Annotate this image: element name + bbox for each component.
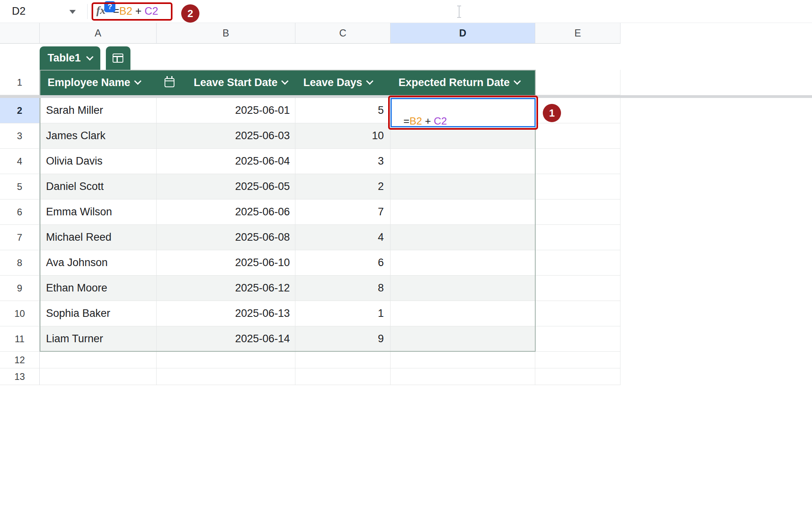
empty-cell[interactable] bbox=[535, 352, 620, 368]
row-header-1[interactable]: 1 bbox=[0, 70, 40, 95]
cell-employee-name[interactable]: Emma Wilson bbox=[40, 199, 157, 225]
cell-employee-name[interactable]: Ethan Moore bbox=[40, 276, 157, 301]
cell-expected-return-date[interactable] bbox=[391, 199, 535, 225]
chevron-down-icon[interactable] bbox=[513, 77, 521, 84]
cell-leave-start-date[interactable]: 2025-06-05 bbox=[157, 174, 295, 199]
table-col-header-leave-days[interactable]: Leave Days bbox=[295, 70, 391, 95]
empty-cell[interactable] bbox=[391, 368, 535, 385]
cell-employee-name[interactable]: Daniel Scott bbox=[40, 174, 157, 199]
cell-column-e[interactable] bbox=[535, 174, 620, 199]
table-row: 6 Emma Wilson 2025-06-06 7 bbox=[0, 199, 620, 225]
cell-employee-name[interactable]: Michael Reed bbox=[40, 225, 157, 250]
row-header[interactable]: 7 bbox=[0, 225, 40, 250]
cell-leave-start-date[interactable]: 2025-06-08 bbox=[157, 225, 295, 250]
cell-leave-days[interactable]: 8 bbox=[295, 276, 391, 301]
row-header[interactable]: 5 bbox=[0, 174, 40, 199]
cell-leave-start-date[interactable]: 2025-06-03 bbox=[157, 123, 295, 149]
cell-employee-name[interactable]: Ava Johnson bbox=[40, 250, 157, 276]
empty-cell[interactable] bbox=[40, 368, 157, 385]
frozen-row-separator[interactable] bbox=[0, 95, 812, 98]
table-col-header-employee-name[interactable]: Employee Name bbox=[40, 70, 157, 95]
cell-leave-days[interactable]: 10 bbox=[295, 123, 391, 149]
table-row: 7 Michael Reed 2025-06-08 4 bbox=[0, 225, 620, 250]
empty-cell[interactable] bbox=[295, 352, 391, 368]
name-box[interactable]: D2 bbox=[12, 5, 26, 17]
empty-cell[interactable] bbox=[157, 352, 295, 368]
row-header[interactable]: 11 bbox=[0, 326, 40, 352]
cell-column-e[interactable] bbox=[535, 149, 620, 174]
cell-column-e[interactable] bbox=[535, 301, 620, 326]
active-cell-editor[interactable]: =B2 + C2 bbox=[391, 98, 536, 127]
cell-expected-return-date[interactable] bbox=[391, 326, 535, 352]
row-header-12[interactable]: 12 bbox=[0, 352, 40, 368]
column-header-E[interactable]: E bbox=[535, 23, 620, 44]
empty-cell[interactable] bbox=[295, 368, 391, 385]
cell-employee-name[interactable]: Sophia Baker bbox=[40, 301, 157, 326]
table-row: 9 Ethan Moore 2025-06-12 8 bbox=[0, 276, 620, 301]
cell-leave-start-date[interactable]: 2025-06-14 bbox=[157, 326, 295, 352]
empty-cell[interactable] bbox=[157, 368, 295, 385]
table-menu-button[interactable] bbox=[106, 46, 130, 70]
row-header[interactable]: 9 bbox=[0, 276, 40, 301]
chevron-down-icon[interactable] bbox=[366, 77, 373, 84]
row-header[interactable]: 10 bbox=[0, 301, 40, 326]
cell-leave-days[interactable]: 2 bbox=[295, 174, 391, 199]
cell-expected-return-date[interactable] bbox=[391, 149, 535, 174]
chevron-down-icon[interactable] bbox=[134, 77, 141, 84]
row-header[interactable]: 4 bbox=[0, 149, 40, 174]
cell-leave-days[interactable]: 4 bbox=[295, 225, 391, 250]
cell-column-e[interactable] bbox=[535, 225, 620, 250]
cell-employee-name[interactable]: Olivia Davis bbox=[40, 149, 157, 174]
chevron-down-icon[interactable] bbox=[281, 77, 288, 84]
cell-leave-start-date[interactable]: 2025-06-01 bbox=[157, 98, 295, 123]
cell-column-e[interactable] bbox=[535, 326, 620, 352]
row-header[interactable]: 2 bbox=[0, 98, 40, 123]
cell-leave-start-date[interactable]: 2025-06-04 bbox=[157, 149, 295, 174]
table-name-label: Table1 bbox=[48, 52, 81, 64]
cell-column-e[interactable] bbox=[535, 276, 620, 301]
cell-expected-return-date[interactable] bbox=[391, 276, 535, 301]
row-header-13[interactable]: 13 bbox=[0, 368, 40, 385]
empty-cell[interactable] bbox=[391, 352, 535, 368]
cell-employee-name[interactable]: James Clark bbox=[40, 123, 157, 149]
cell-formula-text: =B2 + C2 bbox=[403, 115, 447, 127]
cell-leave-days[interactable]: 6 bbox=[295, 250, 391, 276]
column-header-C[interactable]: C bbox=[295, 23, 391, 44]
empty-cell[interactable] bbox=[535, 368, 620, 385]
chevron-down-icon[interactable] bbox=[86, 53, 93, 60]
name-box-dropdown-icon[interactable] bbox=[69, 10, 76, 14]
row-header[interactable]: 6 bbox=[0, 199, 40, 225]
column-header-D[interactable]: D bbox=[391, 23, 535, 44]
cell-expected-return-date[interactable] bbox=[391, 225, 535, 250]
row-header[interactable]: 8 bbox=[0, 250, 40, 276]
select-all-corner[interactable] bbox=[0, 23, 40, 44]
cell-leave-days[interactable]: 7 bbox=[295, 199, 391, 225]
cell-leave-start-date[interactable]: 2025-06-12 bbox=[157, 276, 295, 301]
cell-leave-days[interactable]: 3 bbox=[295, 149, 391, 174]
column-header-A[interactable]: A bbox=[40, 23, 157, 44]
table-col-header-leave-start-date[interactable]: Leave Start Date bbox=[157, 70, 295, 95]
cell-e1[interactable] bbox=[535, 70, 620, 95]
cell-expected-return-date[interactable] bbox=[391, 174, 535, 199]
empty-cell[interactable] bbox=[40, 352, 157, 368]
column-header-B[interactable]: B bbox=[157, 23, 295, 44]
cell-expected-return-date[interactable] bbox=[391, 301, 535, 326]
cell-leave-days[interactable]: 1 bbox=[295, 301, 391, 326]
cell-column-e[interactable] bbox=[535, 199, 620, 225]
table-name-chip[interactable]: Table1 bbox=[40, 46, 100, 70]
table-col-header-expected-return-date[interactable]: Expected Return Date bbox=[391, 70, 535, 95]
cell-column-e[interactable] bbox=[535, 123, 620, 149]
cell-leave-days[interactable]: 5 bbox=[295, 98, 391, 123]
cell-employee-name[interactable]: Liam Turner bbox=[40, 326, 157, 352]
annotation-badge-2: 2 bbox=[181, 4, 199, 23]
cell-leave-start-date[interactable]: 2025-06-06 bbox=[157, 199, 295, 225]
formula-help-badge[interactable]: ? bbox=[104, 1, 115, 12]
cell-expected-return-date[interactable] bbox=[391, 250, 535, 276]
cell-leave-days[interactable]: 9 bbox=[295, 326, 391, 352]
formula-input[interactable]: =B2 + C2 bbox=[113, 5, 158, 17]
row-header[interactable]: 3 bbox=[0, 123, 40, 149]
cell-column-e[interactable] bbox=[535, 250, 620, 276]
cell-leave-start-date[interactable]: 2025-06-10 bbox=[157, 250, 295, 276]
cell-leave-start-date[interactable]: 2025-06-13 bbox=[157, 301, 295, 326]
cell-employee-name[interactable]: Sarah Miller bbox=[40, 98, 157, 123]
